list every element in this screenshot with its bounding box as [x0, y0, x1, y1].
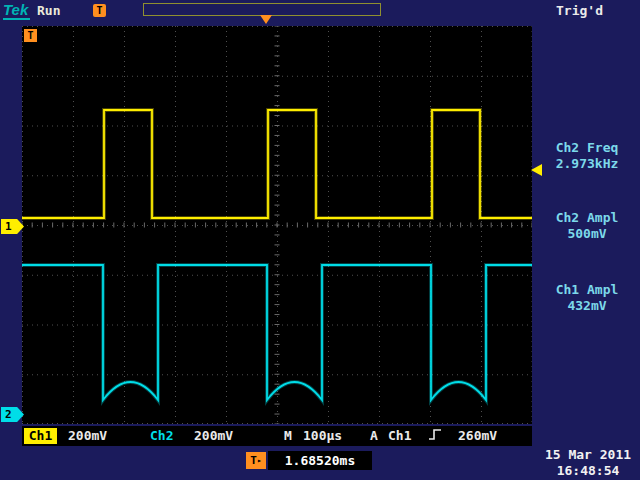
acquisition-status: Run	[37, 3, 60, 18]
timebase-label: M	[284, 428, 292, 444]
trigger-t-icon: T	[24, 29, 37, 42]
measurement-label: Ch1 Ampl	[536, 282, 638, 298]
measurement-ch1-ampl: Ch1 Ampl 432mV	[536, 282, 638, 314]
trigger-status: Trig'd	[556, 3, 603, 18]
measurement-ch2-ampl: Ch2 Ampl 500mV	[536, 210, 638, 242]
trigger-time-icon: T▸	[246, 452, 266, 469]
measurement-value: 2.973kHz	[536, 156, 638, 172]
trigger-time-readout: 1.68520ms	[268, 451, 372, 470]
ch1-ground-marker: 1	[1, 219, 24, 234]
date-text: 15 Mar 2011	[538, 447, 638, 463]
time-text: 16:48:54	[538, 463, 638, 479]
ch2-scale: 200mV	[194, 428, 233, 444]
tek-logo: Tek	[3, 1, 30, 20]
trigger-icon: T	[93, 4, 106, 17]
rising-edge-icon	[428, 428, 444, 445]
waveform-display	[22, 26, 532, 424]
ch2-label: Ch2	[150, 428, 173, 444]
trigger-level-value: 260mV	[458, 428, 497, 444]
trigger-source: Ch1	[388, 428, 411, 444]
datetime-readout: 15 Mar 2011 16:48:54	[538, 447, 638, 479]
arrow-right-icon: ▸	[257, 456, 262, 465]
trigger-system-label: A	[370, 428, 378, 444]
ch1-badge: Ch1	[24, 428, 57, 444]
measurement-label: Ch2 Freq	[536, 140, 638, 156]
timebase-value: 100µs	[303, 428, 342, 444]
ch2-ground-marker: 2	[1, 407, 24, 422]
measurement-value: 500mV	[536, 226, 638, 242]
trigger-position-marker-icon	[260, 15, 272, 24]
measurement-value: 432mV	[536, 298, 638, 314]
ch1-scale: 200mV	[68, 428, 107, 444]
oscilloscope-screen: Tek Run T Trig'd T 1 2 Ch2 Freq 2.973kHz…	[0, 0, 640, 480]
trigger-t-glyph: T	[250, 454, 257, 467]
status-bar: Ch1 200mV Ch2 200mV M 100µs A Ch1 260mV	[22, 426, 532, 446]
graticule: T	[22, 26, 532, 424]
measurement-ch2-freq: Ch2 Freq 2.973kHz	[536, 140, 638, 172]
measurement-label: Ch2 Ampl	[536, 210, 638, 226]
